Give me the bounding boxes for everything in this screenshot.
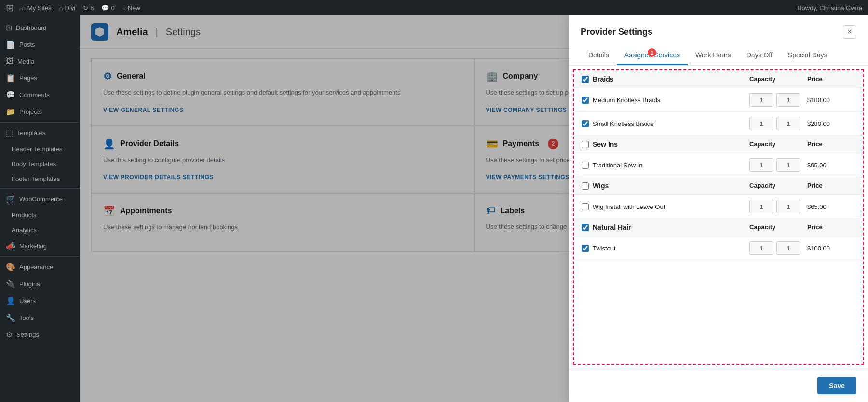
wig-install-price: $65.00 — [807, 203, 855, 210]
medium-knotless-checkbox[interactable] — [582, 97, 589, 104]
service-row-twistout: Twistout $100.00 — [574, 236, 863, 260]
twistout-capacity2[interactable] — [776, 241, 800, 255]
small-knotless-capacity2[interactable] — [776, 117, 800, 130]
wig-install-checkbox[interactable] — [582, 203, 589, 210]
small-knotless-checkbox[interactable] — [582, 120, 589, 127]
twistout-price: $100.00 — [807, 245, 855, 252]
twistout-checkbox[interactable] — [582, 245, 589, 252]
admin-bar: ⊞ ⌂ My Sites ⌂ Divi ↻ 6 💬 0 + New Howdy,… — [0, 0, 868, 15]
comments-bubble-icon: 💬 — [101, 4, 109, 12]
small-knotless-capacity — [749, 117, 807, 130]
tab-details[interactable]: Details — [581, 46, 617, 65]
twistout-capacity — [749, 241, 807, 255]
traditional-sew-in-capacity1[interactable] — [749, 158, 773, 172]
service-group-braids: Braids Capacity Price — [574, 70, 863, 88]
braids-group-checkbox[interactable] — [582, 76, 589, 83]
users-icon: 👤 — [6, 296, 15, 305]
panel-footer: Save — [569, 369, 868, 402]
admin-bar-my-sites[interactable]: ⌂ My Sites — [22, 4, 52, 12]
sew-ins-capacity-header: Capacity — [749, 140, 807, 148]
medium-knotless-capacity2[interactable] — [776, 93, 800, 107]
service-row-medium-knotless: Medium Knotless Braids $180.00 — [574, 88, 863, 112]
traditional-sew-in-checkbox[interactable] — [582, 162, 589, 169]
service-group-sew-ins: Sew Ins Capacity Price — [574, 136, 863, 153]
traditional-sew-in-name: Traditional Sew In — [582, 162, 749, 169]
natural-hair-group-name: Natural Hair — [582, 223, 749, 231]
sidebar-item-pages[interactable]: 📋 Pages — [0, 69, 80, 86]
settings-icon: ⚙ — [6, 330, 13, 339]
sidebar-item-settings[interactable]: ⚙ Settings — [0, 326, 80, 343]
sidebar-item-projects[interactable]: 📁 Projects — [0, 103, 80, 120]
wig-install-capacity1[interactable] — [749, 200, 773, 213]
service-row-wig-install: Wig Install with Leave Out $65.00 — [574, 195, 863, 219]
sidebar-item-users[interactable]: 👤 Users — [0, 292, 80, 309]
braids-group-name: Braids — [582, 75, 749, 83]
sidebar-item-woocommerce[interactable]: 🛒 WooCommerce — [0, 191, 80, 208]
traditional-sew-in-capacity2[interactable] — [776, 158, 800, 172]
braids-price-header: Price — [807, 75, 855, 83]
sidebar-item-tools[interactable]: 🔧 Tools — [0, 309, 80, 326]
services-list: Braids Capacity Price Medium Knotless Br… — [573, 69, 864, 365]
sidebar-item-analytics[interactable]: Analytics — [0, 222, 80, 237]
panel-tabs: Details 1 Assigned Services Work Hours D… — [581, 46, 856, 65]
posts-icon: 📄 — [6, 40, 15, 49]
admin-bar-new[interactable]: + New — [122, 4, 140, 12]
service-row-small-knotless: Small Knotless Braids $280.00 — [574, 112, 863, 136]
twistout-capacity1[interactable] — [749, 241, 773, 255]
wp-logo-icon[interactable]: ⊞ — [6, 2, 14, 14]
small-knotless-price: $280.00 — [807, 120, 855, 127]
sidebar-item-comments[interactable]: 💬 Comments — [0, 86, 80, 103]
templates-icon: ⬚ — [6, 128, 13, 138]
tab-days-off[interactable]: Days Off — [739, 46, 780, 65]
updates-icon: ↻ — [83, 4, 88, 12]
sidebar-item-templates[interactable]: ⬚ Templates — [0, 125, 80, 141]
admin-bar-divi[interactable]: ⌂ Divi — [59, 4, 76, 12]
panel-header: Provider Settings × Details 1 Assigned S… — [569, 15, 868, 66]
woocommerce-icon: 🛒 — [6, 194, 15, 204]
sidebar-item-appearance[interactable]: 🎨 Appearance — [0, 259, 80, 276]
wig-install-capacity2[interactable] — [776, 200, 800, 213]
sidebar-item-posts[interactable]: 📄 Posts — [0, 36, 80, 53]
save-button[interactable]: Save — [817, 377, 856, 394]
sew-ins-price-header: Price — [807, 140, 855, 148]
service-group-wigs: Wigs Capacity Price — [574, 177, 863, 195]
sew-ins-group-name: Sew Ins — [582, 140, 749, 148]
sidebar-item-marketing[interactable]: 📣 Marketing — [0, 237, 80, 254]
content-area: Amelia | Settings ⚙ General Use these se… — [80, 15, 868, 402]
dashboard-icon: ⊞ — [6, 23, 12, 32]
admin-bar-comments[interactable]: 💬 0 — [101, 4, 114, 12]
panel-title-row: Provider Settings × — [581, 25, 856, 39]
sidebar-item-header-templates[interactable]: Header Templates — [0, 141, 80, 156]
appearance-icon: 🎨 — [6, 263, 15, 272]
sew-ins-group-checkbox[interactable] — [582, 141, 589, 148]
sidebar-item-plugins[interactable]: 🔌 Plugins — [0, 276, 80, 292]
natural-hair-price-header: Price — [807, 223, 855, 231]
plugins-icon: 🔌 — [6, 279, 15, 289]
medium-knotless-price: $180.00 — [807, 97, 855, 104]
home-icon: ⌂ — [22, 4, 26, 12]
wigs-capacity-header: Capacity — [749, 182, 807, 190]
small-knotless-capacity1[interactable] — [749, 117, 773, 130]
wig-install-capacity — [749, 200, 807, 213]
provider-panel: Provider Settings × Details 1 Assigned S… — [569, 15, 868, 402]
wigs-group-name: Wigs — [582, 182, 749, 190]
sidebar-item-footer-templates[interactable]: Footer Templates — [0, 171, 80, 186]
panel-close-button[interactable]: × — [843, 25, 856, 39]
marketing-icon: 📣 — [6, 241, 15, 250]
media-icon: 🖼 — [6, 57, 14, 66]
natural-hair-group-checkbox[interactable] — [582, 224, 589, 231]
traditional-sew-in-capacity — [749, 158, 807, 172]
sidebar-item-dashboard[interactable]: ⊞ Dashboard — [0, 19, 80, 36]
wigs-group-checkbox[interactable] — [582, 182, 589, 190]
tools-icon: 🔧 — [6, 313, 15, 322]
tab-special-days[interactable]: Special Days — [780, 46, 835, 65]
tab-work-hours[interactable]: Work Hours — [688, 46, 739, 65]
admin-bar-updates[interactable]: ↻ 6 — [83, 4, 94, 12]
sidebar-item-body-templates[interactable]: Body Templates — [0, 156, 80, 171]
sidebar-item-media[interactable]: 🖼 Media — [0, 53, 80, 69]
sidebar-item-products[interactable]: Products — [0, 208, 80, 222]
tab-assigned-services[interactable]: 1 Assigned Services — [617, 46, 688, 65]
medium-knotless-capacity1[interactable] — [749, 93, 773, 107]
assigned-services-badge: 1 — [648, 48, 656, 57]
admin-bar-user-greeting: Howdy, Christina Gwira — [797, 4, 862, 12]
